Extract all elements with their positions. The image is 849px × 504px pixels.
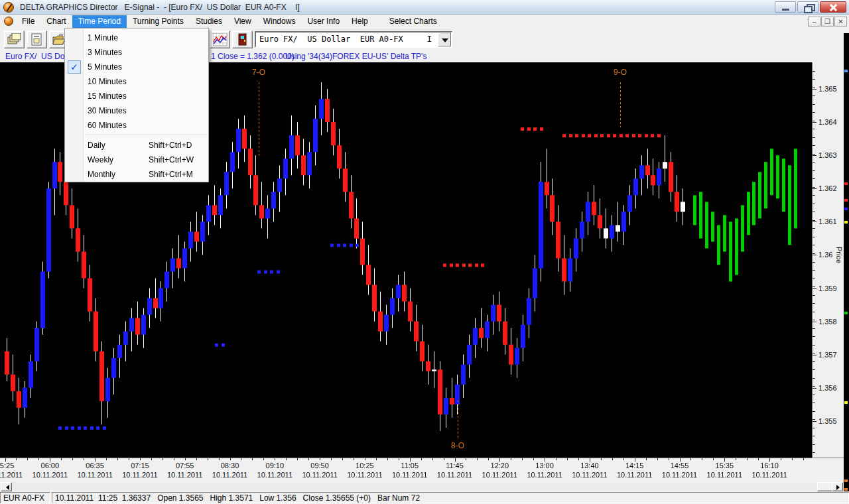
price-tick-label: 1.359	[818, 284, 837, 292]
time-tick-label: 12:20	[491, 462, 509, 470]
price-minor-tick	[813, 121, 815, 121]
time-minor-tick	[387, 458, 388, 460]
time-minor-tick	[567, 458, 568, 460]
price-minor-tick	[813, 295, 815, 296]
time-minor-tick	[522, 458, 523, 460]
time-tick-label: 16:10	[760, 462, 779, 470]
time-minor-tick	[601, 458, 602, 460]
copy-chart-button[interactable]	[4, 31, 25, 48]
exit-button[interactable]	[232, 31, 253, 48]
price-minor-tick	[813, 419, 815, 420]
menu-item-studies[interactable]: Studies	[190, 15, 228, 28]
dropdown-item-3-minutes[interactable]: 3 Minutes	[65, 45, 208, 60]
time-minor-tick	[803, 458, 804, 460]
price-tick-label: 1.356	[818, 384, 837, 392]
menu-item-chart[interactable]: Chart	[40, 15, 72, 28]
price-minor-tick	[813, 452, 815, 453]
date-tick-label: 10.11.2011	[347, 471, 382, 479]
dropdown-item-30-minutes[interactable]: 30 Minutes	[65, 103, 208, 118]
dropdown-item-label: Monthly	[88, 170, 115, 179]
price-minor-tick	[813, 187, 815, 188]
price-tick-label: 1.364	[818, 118, 837, 126]
menu-item-time-period[interactable]: Time Period	[72, 15, 127, 28]
turning-point-label-8-o: 8-O	[451, 441, 464, 450]
close-button[interactable]	[820, 1, 846, 13]
combobox-dropdown-arrow-icon[interactable]	[438, 32, 451, 46]
price-minor-tick	[813, 320, 815, 320]
time-minor-tick	[151, 458, 152, 460]
dropdown-item-5-minutes[interactable]: ✓5 Minutes	[65, 60, 208, 74]
price-minor-tick	[813, 162, 815, 162]
menu-item-select-charts[interactable]: Select Charts	[383, 15, 443, 28]
menu-item-windows[interactable]: Windows	[257, 15, 302, 28]
price-minor-tick	[813, 411, 815, 412]
time-minor-tick	[308, 458, 309, 460]
time-minor-tick	[376, 458, 377, 460]
menu-item-user-info[interactable]: User Info	[301, 15, 346, 28]
time-minor-tick	[163, 458, 163, 460]
price-major-tick	[813, 388, 816, 389]
time-minor-tick	[623, 458, 624, 460]
dropdown-item-daily[interactable]: DailyShift+Ctrl+D	[65, 138, 208, 153]
price-minor-tick	[813, 237, 815, 237]
minimize-button[interactable]	[775, 1, 796, 13]
mdi-window-buttons: – ❐ ✕	[808, 17, 847, 27]
scroll-left-button[interactable]	[1, 482, 12, 491]
price-tick-label: 1.358	[818, 318, 837, 326]
price-major-tick	[813, 288, 816, 289]
price-minor-tick	[813, 79, 815, 80]
time-major-tick	[724, 458, 725, 462]
time-minor-tick	[129, 458, 129, 460]
info-tp-text: Using '34(34)FOREX EU-US' Delta TP's	[285, 52, 426, 61]
date-tick-label: 10.11.2011	[257, 471, 293, 479]
price-minor-tick	[813, 403, 815, 403]
time-minor-tick	[196, 458, 197, 460]
price-minor-tick	[813, 245, 815, 245]
mdi-close-button[interactable]: ✕	[834, 17, 847, 27]
occluded-window-fragment	[844, 182, 848, 185]
dropdown-item-60-minutes[interactable]: 60 Minutes	[65, 118, 208, 133]
price-minor-tick	[813, 95, 815, 96]
time-minor-tick	[511, 458, 511, 460]
menu-item-turning-points[interactable]: Turning Points	[127, 15, 190, 28]
time-minor-tick	[792, 458, 793, 460]
dropdown-item-weekly[interactable]: WeeklyShift+Ctrl+W	[65, 153, 208, 167]
dropdown-item-shortcut: Shift+Ctrl+M	[149, 170, 193, 179]
time-major-tick	[499, 458, 500, 462]
menu-item-file[interactable]: File	[16, 15, 40, 28]
price-tick-label: 1.357	[818, 351, 837, 359]
mdi-restore-button[interactable]: ❐	[821, 17, 834, 27]
occluded-window-fragment	[844, 199, 848, 202]
dropdown-item-15-minutes[interactable]: 15 Minutes	[65, 89, 208, 103]
time-minor-tick	[444, 458, 444, 460]
price-minor-tick	[813, 345, 815, 346]
price-minor-tick	[813, 88, 815, 88]
mdi-child-icon	[4, 17, 13, 26]
time-tick-label: 05:25	[0, 462, 14, 470]
dropdown-item-label: 60 Minutes	[88, 121, 127, 130]
dropdown-item-1-minute[interactable]: 1 Minute	[65, 31, 208, 45]
price-minor-tick	[813, 270, 815, 271]
menu-item-help[interactable]: Help	[346, 15, 374, 28]
time-tick-label: 06:00	[41, 462, 60, 470]
menu-item-view[interactable]: View	[228, 15, 257, 28]
date-tick-label: 10.11.2011	[662, 471, 697, 479]
mdi-minimize-button[interactable]: –	[808, 17, 820, 27]
scroll-right-button[interactable]	[832, 482, 843, 491]
price-minor-tick	[813, 312, 815, 312]
restore-button[interactable]	[797, 1, 818, 13]
price-minor-tick	[813, 178, 815, 179]
studies-chart-button[interactable]	[210, 31, 230, 48]
scrollbar-thumb[interactable]	[817, 482, 833, 491]
time-minor-tick	[736, 458, 736, 460]
symbol-combobox[interactable]: Euro FX/ US Dollar EUR A0-FX I	[255, 31, 452, 48]
dropdown-item-monthly[interactable]: MonthlyShift+Ctrl+M	[65, 167, 208, 182]
dropdown-item-10-minutes[interactable]: 10 Minutes	[65, 74, 208, 89]
horizontal-scrollbar[interactable]	[0, 482, 844, 491]
price-minor-tick	[813, 154, 815, 155]
print-preview-button[interactable]	[27, 31, 47, 48]
application-window: DELTA GRAPHICS Director E-Signal - - [Eu…	[0, 0, 849, 504]
price-minor-tick	[813, 137, 815, 138]
price-minor-tick	[813, 112, 815, 113]
time-minor-tick	[252, 458, 253, 460]
